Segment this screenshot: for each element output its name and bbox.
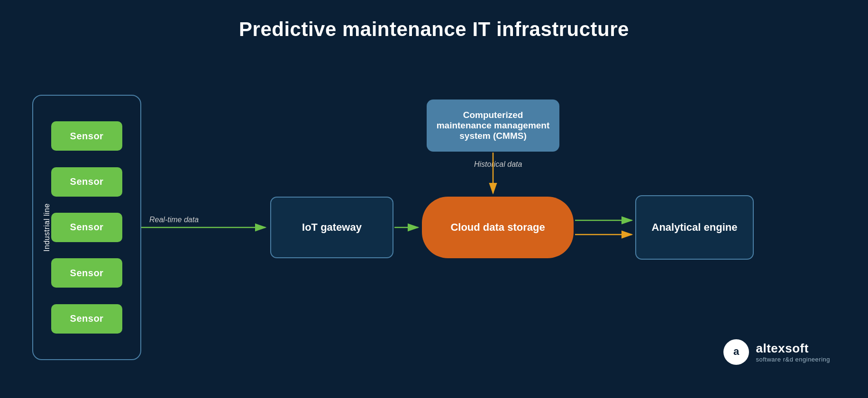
cloud-storage-box: Cloud data storage [422,197,574,258]
industrial-line-label: Industrial line [43,203,51,252]
altexsoft-logo: a altexsoft software r&d engineering [723,339,830,365]
altexsoft-name: altexsoft [756,341,830,356]
sensor-3: Sensor [51,213,122,242]
altexsoft-subtitle: software r&d engineering [756,356,830,363]
sensor-4: Sensor [51,258,122,288]
altexsoft-icon: a [723,339,749,365]
sensor-5: Sensor [51,304,122,334]
page-title: Predictive maintenance IT infrastructure [0,0,868,41]
cmms-box: Computerized maintenance management syst… [427,100,559,152]
real-time-data-label: Real-time data [149,216,199,224]
historical-data-label: Historical data [474,160,522,169]
analytical-engine-box: Analytical engine [635,195,754,260]
sensor-1: Sensor [51,121,122,151]
diagram-area: Industrial line Sensor Sensor Sensor Sen… [0,57,868,389]
iot-gateway-box: IoT gateway [270,197,393,258]
sensor-2: Sensor [51,167,122,197]
svg-text:a: a [733,345,740,357]
industrial-line-container: Industrial line Sensor Sensor Sensor Sen… [32,95,141,360]
altexsoft-text: altexsoft software r&d engineering [756,341,830,363]
